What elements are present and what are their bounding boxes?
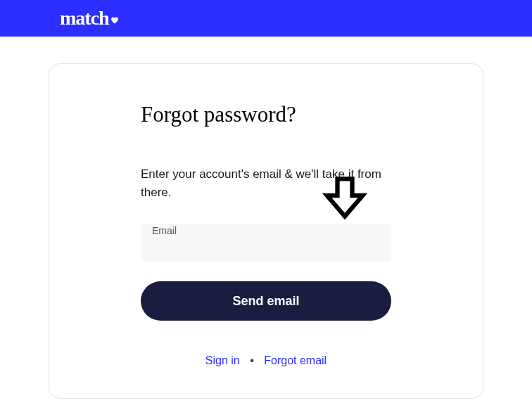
email-field[interactable] xyxy=(141,224,391,262)
logo-text: match xyxy=(60,7,109,30)
email-label: Email xyxy=(152,225,177,236)
send-email-button[interactable]: Send email xyxy=(141,281,391,321)
brand-logo[interactable]: match xyxy=(60,7,119,30)
sign-in-link[interactable]: Sign in xyxy=(205,354,240,366)
header-bar: match xyxy=(0,0,532,37)
link-separator: • xyxy=(250,354,254,366)
page-title: Forgot password? xyxy=(141,102,391,127)
email-input-group: Email xyxy=(141,224,391,262)
instruction-text: Enter your account's email & we'll take … xyxy=(141,165,391,201)
forgot-password-card: Forgot password? Enter your account's em… xyxy=(49,63,483,399)
main-container: Forgot password? Enter your account's em… xyxy=(0,37,532,399)
heart-icon xyxy=(110,7,119,30)
forgot-email-link[interactable]: Forgot email xyxy=(264,354,327,366)
footer-links: Sign in • Forgot email xyxy=(141,354,391,367)
